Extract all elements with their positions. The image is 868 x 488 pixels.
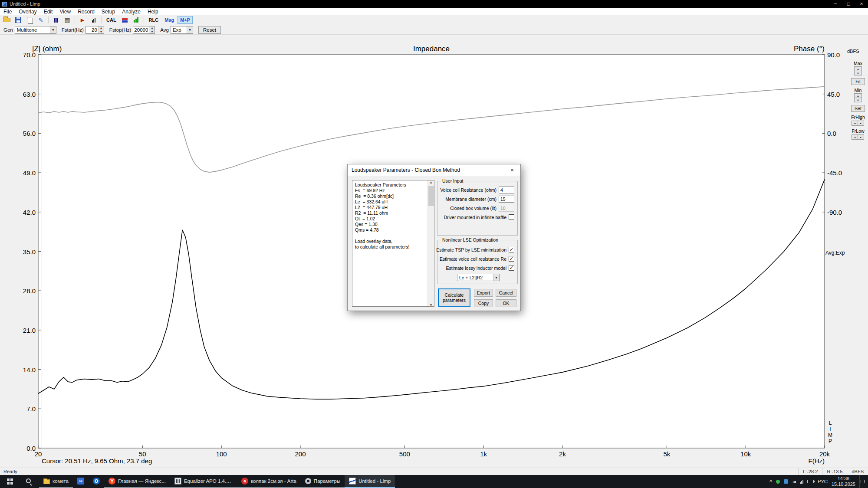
frlow-spinner[interactable]: ◄►	[852, 134, 864, 140]
scroll-up-icon[interactable]: ▲	[430, 180, 432, 183]
fstop-label: Fstop(Hz)	[109, 27, 131, 33]
membrane-diameter-label: Membrane diameter (cm)	[445, 197, 496, 202]
membrane-diameter-input[interactable]	[499, 196, 514, 203]
menu-help[interactable]: Help	[144, 8, 162, 15]
estimate-re-checkbox[interactable]: ✓	[509, 256, 514, 262]
y-left-axis-title: |Z| (ohm)	[32, 45, 62, 53]
tray-antivirus-icon[interactable]	[776, 480, 780, 484]
mag-button[interactable]: Mag	[162, 16, 177, 24]
notification-center-icon[interactable]	[859, 475, 865, 488]
fit-button[interactable]: Fit	[851, 78, 865, 85]
menu-overlay[interactable]: Overlay	[15, 8, 40, 15]
taskbar-item-settings[interactable]: Параметры	[301, 475, 345, 488]
dialog-field-row: Estimate TSP by LSE minimization✓	[438, 245, 517, 254]
pause-icon[interactable]	[51, 16, 61, 24]
play-icon[interactable]: ▶	[77, 16, 88, 24]
cal-button[interactable]: CAL	[104, 16, 119, 24]
scroll-down-icon[interactable]: ▼	[430, 303, 432, 306]
max-label: Max	[854, 61, 862, 66]
dialog-field-row: Closed box volume (lit)	[438, 203, 517, 213]
calculate-parameters-button[interactable]: Calculate parameters	[438, 288, 470, 307]
estimate-lossy-inductor-checkbox[interactable]: ✓	[509, 265, 514, 271]
taskbar-item-mail[interactable]: ✉	[73, 475, 89, 488]
frhigh-spinner[interactable]: ◄►	[852, 121, 864, 126]
desktop: Untitled - Limp ─ □ ✕ FileOverlayEditVie…	[0, 0, 868, 488]
infinite-baffle-checkbox[interactable]	[509, 214, 514, 220]
min-spinner[interactable]: ▲▼	[854, 94, 862, 102]
fstart-value[interactable]	[86, 27, 98, 33]
mp-button[interactable]: M+P	[178, 16, 193, 24]
max-spinner[interactable]: ▲▼	[854, 67, 862, 75]
maximize-button[interactable]: □	[842, 0, 855, 8]
tray-language[interactable]: РУС	[818, 479, 828, 484]
x-tick-label: 100	[208, 450, 234, 458]
overlay-pen-icon[interactable]: ✎	[36, 16, 46, 24]
dialog-field-row: Driver mounted in infinite baffle	[438, 213, 517, 222]
fr-overlay-icon[interactable]	[120, 16, 130, 24]
tray-clock[interactable]: 14:38 15.10.2025	[832, 476, 855, 487]
cancel-button[interactable]: Cancel	[496, 289, 516, 297]
results-scrollbar[interactable]: ▲ ▼	[427, 180, 434, 306]
close-button[interactable]: ✕	[855, 0, 868, 8]
dialog-titlebar[interactable]: Loudspeaker Parameters - Closed Box Meth…	[348, 164, 520, 176]
taskbar-item-kometa-folder[interactable]: комета	[39, 475, 73, 488]
dialog-close-icon[interactable]: ✕	[504, 164, 520, 176]
tray-volume-icon[interactable]: ◄	[792, 479, 796, 485]
estimate-tsp-lse-label: Estimate TSP by LSE minimization	[436, 247, 506, 252]
copy-icon[interactable]	[24, 16, 35, 24]
tray-chevron-icon[interactable]: ^	[769, 479, 772, 484]
dialog-field-row: Estimate voice coil resistance Re✓	[438, 254, 517, 263]
voice-coil-resistance-label: Voice coil Resistance (ohm)	[440, 187, 496, 193]
tray-battery-icon[interactable]	[807, 480, 814, 483]
settings-icon	[305, 478, 311, 484]
taskbar-item-arta[interactable]: aколпак 2см.зя - Arta	[237, 475, 301, 488]
search-button[interactable]	[20, 475, 39, 488]
spectrum-icon[interactable]	[89, 16, 99, 24]
frlow-label: FrLow	[852, 128, 864, 134]
fstop-value[interactable]	[133, 27, 149, 33]
set-button[interactable]: Set	[851, 105, 865, 112]
x-tick-label: 20k	[812, 450, 838, 458]
taskbar-item-label: Untitled - Limp	[358, 478, 391, 484]
taskbar-item-limp[interactable]: Untitled - Limp	[345, 475, 395, 488]
start-button[interactable]	[0, 475, 20, 488]
menu-setup[interactable]: Setup	[98, 8, 118, 15]
rlc-button[interactable]: RLC	[146, 16, 161, 24]
generator-icon[interactable]	[131, 16, 141, 24]
taskbar-item-yandex-browser[interactable]: YГлавная — Яндекс...	[104, 475, 170, 488]
export-button[interactable]: Export	[474, 289, 493, 297]
fstart-spinner[interactable]: ▲▼	[98, 26, 104, 33]
toolbar-separator	[144, 16, 144, 23]
open-icon[interactable]	[2, 16, 12, 24]
menu-file[interactable]: File	[0, 8, 15, 15]
reset-button[interactable]: Reset	[198, 26, 221, 34]
limp-logo-vertical: LIMP	[827, 420, 833, 444]
minimize-button[interactable]: ─	[829, 0, 842, 8]
taskbar-item-label: Главная — Яндекс...	[118, 478, 166, 484]
estimate-tsp-lse-checkbox[interactable]: ✓	[509, 247, 514, 252]
generator-select[interactable]: Multitone ▼	[15, 26, 56, 34]
tray-network-icon[interactable]	[800, 480, 803, 484]
menu-analyze[interactable]: Analyze	[118, 8, 144, 15]
taskbar-item-outlook[interactable]: O	[89, 475, 104, 488]
inductor-model-select[interactable]: Le + L2||R2 ▼	[457, 274, 500, 281]
fstop-input[interactable]: ▲▼	[133, 26, 155, 34]
toolbar: ✎ ▦ ▶ CAL RLC Mag M+P	[0, 15, 868, 25]
menu-view[interactable]: View	[56, 8, 74, 15]
table-icon[interactable]: ▦	[62, 16, 72, 24]
tray-app-icon[interactable]	[784, 479, 788, 484]
closed-box-volume-input[interactable]	[499, 205, 514, 212]
copy-button[interactable]: Copy	[474, 299, 493, 307]
voice-coil-resistance-input[interactable]	[499, 187, 514, 193]
fstop-spinner[interactable]: ▲▼	[149, 26, 155, 33]
menu-record[interactable]: Record	[74, 8, 98, 15]
save-icon[interactable]	[13, 16, 23, 24]
taskbar-item-equalizer-apo[interactable]: Equalizer APO 1.4.1...	[170, 475, 237, 488]
parameters-results-box[interactable]: Loudspeaker Parameters Fs = 69.92 Hz Re …	[352, 180, 434, 307]
fstart-input[interactable]: ▲▼	[85, 26, 104, 34]
scrollbar-thumb[interactable]	[428, 186, 434, 206]
menu-edit[interactable]: Edit	[40, 8, 56, 15]
ok-button[interactable]: OK	[496, 299, 516, 307]
avg-select[interactable]: Exp ▼	[171, 26, 193, 34]
y-left-tick-label: 56.0	[12, 130, 36, 137]
